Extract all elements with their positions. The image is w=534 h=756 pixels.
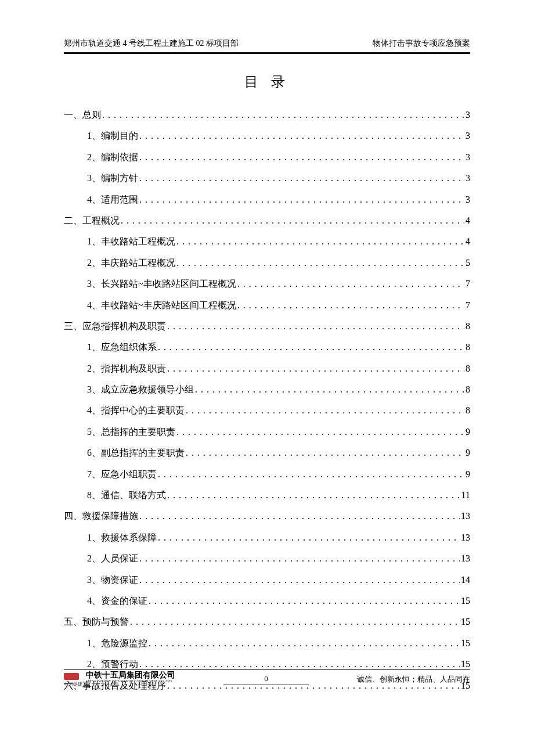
toc-entry: 7、应急小组职责9 [87, 466, 470, 483]
toc-entry: 一、总则3 [64, 106, 470, 124]
footer-slogan: 诚信、创新永恒；精品、人品同在 [357, 674, 470, 685]
toc-entry-label: 四、救援保障措施 [64, 507, 138, 525]
toc-leader-dots [149, 635, 460, 652]
toc-leader-dots [176, 254, 464, 272]
toc-entry-page: 3 [466, 149, 470, 166]
toc-entry-page: 15 [461, 635, 470, 652]
toc-entry-label: 2、丰庆路站工程概况 [87, 254, 175, 272]
toc-leader-dots [195, 381, 464, 398]
toc-leader-dots [237, 297, 464, 314]
toc-entry-label: 4、指挥中心的主要职责 [87, 402, 185, 419]
toc-entry-label: 3、物资保证 [87, 571, 138, 589]
toc-entry-page: 13 [461, 507, 470, 525]
toc-entry: 二、工程概况4 [64, 212, 470, 229]
toc-entry-label: 2、人员保证 [87, 550, 138, 567]
toc-leader-dots [139, 571, 460, 589]
toc-entry-label: 4、适用范围 [87, 191, 138, 208]
page-footer: 中国铁建 中铁十五局集团有限公司 CHINA RAILWAY 15TH CONS… [64, 669, 470, 687]
toc-leader-dots [130, 613, 460, 631]
toc-entry-page: 14 [461, 571, 470, 589]
toc-entry: 4、资金的保证15 [87, 592, 470, 610]
toc-leader-dots [158, 466, 464, 483]
toc-entry: 2、指挥机构及职责8 [87, 360, 470, 377]
toc-leader-dots [139, 191, 464, 208]
toc-entry: 2、人员保证13 [87, 550, 470, 567]
company-name-en: CHINA RAILWAY 15TH CONSTRUCTION BUREAU C… [86, 679, 175, 683]
footer-branding: 中国铁建 中铁十五局集团有限公司 CHINA RAILWAY 15TH CONS… [64, 671, 175, 687]
toc-entry: 1、编制目的3 [87, 127, 470, 145]
toc-entry-page: 3 [466, 170, 470, 187]
toc-leader-dots [139, 507, 460, 525]
toc-entry-page: 15 [461, 613, 470, 631]
toc-entry-page: 3 [466, 106, 470, 124]
toc-entry-label: 2、编制依据 [87, 149, 138, 166]
toc-entry: 五、预防与预警15 [64, 613, 470, 631]
toc-entry: 1、救援体系保障13 [87, 529, 470, 546]
toc-entry: 3、成立应急救援领导小组8 [87, 381, 470, 398]
toc-leader-dots [186, 444, 464, 462]
toc-entry: 4、指挥中心的主要职责8 [87, 402, 470, 419]
toc-entry: 1、丰收路站工程概况4 [87, 233, 470, 250]
brand-small-label: 中国铁建 [64, 681, 82, 687]
toc-title: 目 录 [64, 73, 470, 91]
page-number: 0 [223, 674, 309, 685]
toc-leader-dots [158, 339, 464, 356]
toc-entry-page: 8 [466, 402, 470, 419]
toc-entry-page: 9 [466, 444, 470, 462]
toc-entry-label: 3、长兴路站~丰收路站区间工程概况 [87, 275, 236, 293]
toc-entry-page: 11 [461, 487, 470, 504]
toc-entry-label: 4、资金的保证 [87, 592, 147, 610]
toc-entry: 四、救援保障措施13 [64, 507, 470, 525]
toc-entry-label: 五、预防与预警 [64, 613, 129, 631]
logo-icon [64, 673, 79, 680]
toc-entry: 4、适用范围3 [87, 191, 470, 208]
toc-entry-label: 1、应急组织体系 [87, 339, 157, 356]
toc-leader-dots [139, 550, 460, 567]
toc-entry-label: 8、通信、联络方式 [87, 487, 166, 504]
toc-entry: 2、编制依据3 [87, 149, 470, 166]
toc-entry-page: 8 [466, 381, 470, 398]
toc-entry-label: 1、救援体系保障 [87, 529, 157, 546]
toc-entry: 3、物资保证14 [87, 571, 470, 589]
toc-entry-page: 13 [461, 529, 470, 546]
toc-leader-dots [176, 233, 464, 250]
toc-entry-page: 4 [466, 233, 470, 250]
toc-entry-page: 8 [466, 360, 470, 377]
toc-entry: 1、危险源监控15 [87, 635, 470, 652]
toc-entry-label: 4、丰收路站~丰庆路站区间工程概况 [87, 297, 236, 314]
toc-leader-dots [139, 149, 464, 166]
toc-leader-dots [176, 423, 464, 441]
toc-entry-page: 7 [466, 275, 470, 293]
toc-leader-dots [139, 170, 464, 187]
toc-entry-label: 一、总则 [64, 106, 101, 124]
page-header: 郑州市轨道交通 4 号线工程土建施工 02 标项目部 物体打击事故专项应急预案 [64, 38, 470, 53]
toc-leader-dots [167, 360, 464, 377]
toc-entry: 5、总指挥的主要职责9 [87, 423, 470, 441]
toc-entry-page: 9 [466, 423, 470, 441]
toc-entry-label: 2、指挥机构及职责 [87, 360, 166, 377]
toc-entry-page: 3 [466, 127, 470, 145]
toc-entry-page: 8 [466, 318, 470, 335]
toc-entry-page: 7 [466, 297, 470, 314]
toc-entry-label: 二、工程概况 [64, 212, 120, 229]
header-left: 郑州市轨道交通 4 号线工程土建施工 02 标项目部 [64, 38, 239, 49]
header-right: 物体打击事故专项应急预案 [373, 38, 470, 49]
toc-entry: 三、应急指挥机构及职责8 [64, 318, 470, 335]
toc-entry-page: 8 [466, 339, 470, 356]
toc-entry-label: 1、危险源监控 [87, 635, 147, 652]
company-name-cn: 中铁十五局集团有限公司 [86, 671, 175, 679]
toc-entry-label: 三、应急指挥机构及职责 [64, 318, 166, 335]
toc-entry: 8、通信、联络方式11 [87, 487, 470, 504]
toc-leader-dots [102, 106, 464, 124]
toc-leader-dots [186, 402, 464, 419]
toc-leader-dots [167, 318, 464, 335]
toc-entry-label: 7、应急小组职责 [87, 466, 157, 483]
toc-entry: 3、编制方针3 [87, 170, 470, 187]
table-of-contents: 一、总则31、编制目的32、编制依据33、编制方针34、适用范围3二、工程概况4… [64, 106, 470, 694]
toc-leader-dots [121, 212, 464, 229]
toc-entry: 2、丰庆路站工程概况5 [87, 254, 470, 272]
toc-entry-page: 9 [466, 466, 470, 483]
toc-entry-label: 3、编制方针 [87, 170, 138, 187]
toc-entry-label: 3、成立应急救援领导小组 [87, 381, 194, 398]
toc-entry: 3、长兴路站~丰收路站区间工程概况7 [87, 275, 470, 293]
